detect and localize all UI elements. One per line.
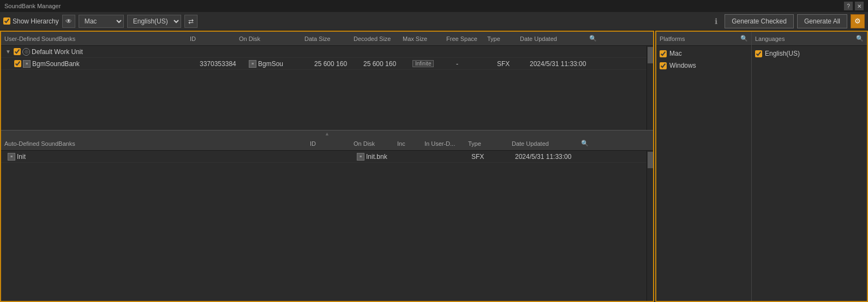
user-defined-section: User-Defined SoundBanks ID On Disk Data … — [1, 32, 653, 130]
auto-file-icon: ≡ — [357, 153, 364, 161]
auto-row-ondisk: ≡ Init.bnk — [355, 153, 398, 161]
platforms-title: Platforms — [660, 35, 685, 42]
file-icon: ≡ — [249, 60, 256, 68]
left-panel: User-Defined SoundBanks ID On Disk Data … — [0, 31, 654, 302]
soundbank-type: SFX — [495, 60, 528, 68]
platform-item-mac[interactable]: Mac — [660, 48, 748, 59]
table-row[interactable]: ≡ Init ≡ Init.bnk SFX — [1, 151, 646, 163]
languages-section: Languages 🔍 English(US) — [752, 32, 867, 301]
user-defined-content-area: ▼ ◎ Default Work Unit ≡ BgmSoundBank — [1, 46, 646, 130]
toolbar-right: ℹ Generate Checked Generate All ⚙ — [710, 14, 865, 28]
soundbank-dateupdated: 2024/5/31 11:33:00 — [528, 60, 598, 68]
languages-search-icon[interactable]: 🔍 — [856, 35, 864, 42]
language-item-english[interactable]: English(US) — [755, 48, 864, 59]
soundbank-datasize: 25 600 160 — [312, 60, 361, 68]
switch-icon: ⇄ — [188, 17, 194, 25]
platforms-content: Mac Windows — [656, 46, 751, 73]
group-name: Default Work Unit — [32, 48, 83, 56]
soundbank-maxsize: Infinite — [410, 60, 454, 67]
toolbar: Show Hierarchy 👁 Mac Windows English(US)… — [0, 12, 868, 31]
soundbank-id: 3370353384 — [197, 60, 247, 68]
auto-row-dateupdated: 2024/5/31 11:33:00 — [513, 153, 584, 161]
settings-button[interactable]: ⚙ — [851, 14, 865, 28]
show-hierarchy-text: Show Hierarchy — [13, 17, 59, 25]
help-button[interactable]: ? — [844, 2, 853, 10]
generate-checked-button[interactable]: Generate Checked — [725, 14, 794, 28]
auto-soundbank-icon: ≡ — [8, 153, 15, 161]
main-layout: User-Defined SoundBanks ID On Disk Data … — [0, 31, 868, 302]
col-header-datasize: Data Size — [301, 35, 350, 42]
soundbank-row-name[interactable]: ≡ BgmSoundBank — [12, 60, 197, 68]
infinite-badge: Infinite — [412, 60, 434, 67]
languages-content: English(US) — [752, 46, 867, 61]
auto-col-header-ondisk: On Disk — [350, 140, 394, 147]
right-panel-sections: Platforms 🔍 Mac Windows Lan — [656, 32, 867, 301]
auto-col-header-type: Type — [465, 140, 508, 147]
auto-defined-section: Auto-Defined SoundBanks ID On Disk Inc I… — [1, 137, 653, 301]
col-header-freespace: Free Space — [443, 35, 484, 42]
col-header-id: ID — [187, 35, 236, 42]
platforms-search-icon[interactable]: 🔍 — [740, 35, 748, 42]
group-checkbox[interactable] — [14, 48, 21, 55]
show-hierarchy-checkbox[interactable] — [3, 17, 10, 25]
user-table-search-icon[interactable]: 🔍 — [588, 35, 598, 42]
auto-row-type: SFX — [469, 153, 513, 161]
expand-arrow-icon[interactable]: ▼ — [5, 49, 12, 55]
window-controls: ? ✕ — [844, 2, 864, 10]
close-button[interactable]: ✕ — [855, 2, 864, 10]
platform-item-windows[interactable]: Windows — [660, 60, 748, 71]
switch-button[interactable]: ⇄ — [184, 15, 197, 28]
group-row-name[interactable]: ▼ ◎ Default Work Unit — [3, 48, 189, 56]
settings-icon: ⚙ — [854, 17, 861, 25]
table-row[interactable]: ▼ ◎ Default Work Unit — [1, 46, 646, 58]
item-checkbox[interactable] — [14, 60, 21, 67]
col-header-dateupdated: Date Updated — [517, 35, 588, 42]
col-header-maxsize: Max Size — [399, 35, 443, 42]
platforms-section: Platforms 🔍 Mac Windows — [656, 32, 752, 301]
auto-col-header-id: ID — [307, 140, 350, 147]
work-unit-icon: ◎ — [22, 48, 30, 56]
auto-scrollbar-v[interactable] — [646, 151, 653, 301]
auto-name: Init — [17, 153, 26, 161]
language-english-checkbox[interactable] — [755, 50, 762, 57]
auto-col-header-name: Auto-Defined SoundBanks — [1, 140, 307, 147]
platform-windows-label: Windows — [669, 62, 696, 69]
col-header-name: User-Defined SoundBanks — [1, 35, 187, 42]
user-scrollbar-v[interactable] — [646, 46, 653, 130]
user-defined-table-body: ▼ ◎ Default Work Unit ≡ BgmSoundBank — [1, 46, 653, 130]
eye-button[interactable]: 👁 — [62, 15, 75, 28]
languages-header: Languages 🔍 — [752, 32, 867, 46]
right-panel: Platforms 🔍 Mac Windows Lan — [655, 31, 868, 302]
resize-handle[interactable]: ▲ — [1, 130, 653, 137]
show-hierarchy-label[interactable]: Show Hierarchy — [3, 17, 59, 25]
soundbank-name: BgmSoundBank — [32, 60, 80, 68]
soundbank-freespace: - — [454, 60, 495, 68]
language-dropdown[interactable]: English(US) — [127, 15, 181, 28]
user-defined-table-header: User-Defined SoundBanks ID On Disk Data … — [1, 32, 653, 46]
info-button[interactable]: ℹ — [710, 16, 721, 27]
platform-windows-checkbox[interactable] — [660, 62, 667, 69]
auto-col-header-inc: Inc — [394, 140, 421, 147]
user-scrollbar-thumb[interactable] — [648, 47, 653, 63]
auto-row-name[interactable]: ≡ Init — [5, 153, 311, 161]
col-header-type: Type — [484, 35, 517, 42]
generate-all-button[interactable]: Generate All — [797, 14, 847, 28]
platforms-header: Platforms 🔍 — [656, 32, 751, 46]
col-header-ondisk: On Disk — [236, 35, 301, 42]
soundbank-ondisk: ≡ BgmSou — [247, 60, 312, 68]
platform-mac-label: Mac — [669, 50, 682, 57]
auto-defined-content-area: ≡ Init ≡ Init.bnk SFX — [1, 151, 646, 301]
auto-col-header-dateupdated: Date Updated — [508, 140, 579, 147]
language-english-label: English(US) — [765, 50, 800, 57]
table-row[interactable]: ≡ BgmSoundBank 3370353384 ≡ BgmSou 25 60… — [1, 58, 646, 70]
auto-defined-table-body: ≡ Init ≡ Init.bnk SFX — [1, 151, 653, 301]
info-icon: ℹ — [715, 17, 717, 26]
platform-mac-checkbox[interactable] — [660, 50, 667, 57]
platform-dropdown[interactable]: Mac Windows — [79, 15, 124, 28]
title-bar: SoundBank Manager ? ✕ — [0, 0, 868, 12]
soundbank-icon: ≡ — [23, 60, 31, 68]
soundbank-decodedsize: 25 600 160 — [361, 60, 410, 68]
auto-table-search-icon[interactable]: 🔍 — [579, 140, 590, 147]
auto-defined-table-header: Auto-Defined SoundBanks ID On Disk Inc I… — [1, 137, 653, 151]
auto-scrollbar-thumb[interactable] — [648, 152, 653, 168]
